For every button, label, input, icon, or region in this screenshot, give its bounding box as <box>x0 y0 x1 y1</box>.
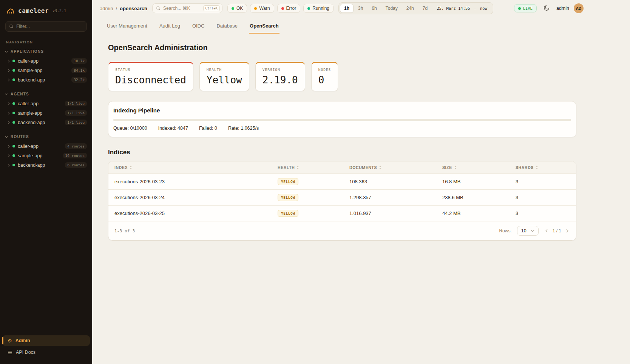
rows-label: Rows: <box>499 228 511 233</box>
pipeline-stat-queue: Queue: 0/10000 <box>113 126 147 131</box>
section-routes: ROUTES caller-app 4 routes sample-app 16… <box>0 133 92 170</box>
chevron-right-icon <box>8 69 10 72</box>
sidebar-item-sample-app-agent[interactable]: sample-app 1/1 live <box>0 108 92 118</box>
sidebar-filter-input[interactable] <box>16 24 83 29</box>
sidebar-item-backend-app-routes[interactable]: backend-app 6 routes <box>0 160 92 170</box>
date-range[interactable]: 25. März 14:55 — now <box>432 6 492 11</box>
section-label: APPLICATIONS <box>11 49 44 54</box>
table-row: executions-2026-03-23 YELLOW 108.363 16.… <box>108 174 576 190</box>
sidebar-item-label: API Docs <box>16 350 36 355</box>
content: User Management Audit Log OIDC Database … <box>92 17 630 364</box>
chevron-down-icon <box>531 230 534 232</box>
breadcrumb-current: opensearch <box>120 6 147 11</box>
error-dot-icon <box>281 7 284 10</box>
cell-documents: 108.363 <box>343 174 436 190</box>
sort-icon <box>130 166 132 169</box>
stat-label: HEALTH <box>207 68 242 72</box>
sidebar-item-label: Admin <box>15 338 30 343</box>
breadcrumb-separator: / <box>116 6 117 11</box>
topbar: admin / opensearch Ctrl+K OK Warn <box>92 0 630 17</box>
cell-size: 238.6 MB <box>436 190 510 206</box>
sidebar-item-backend-app-agent[interactable]: backend-app 1/1 live <box>0 118 92 127</box>
sidebar-item-label: backend-app <box>18 77 45 83</box>
status-dot <box>12 145 15 147</box>
chevron-right-icon <box>8 102 10 105</box>
rows-per-page-select[interactable]: 10 <box>517 226 539 236</box>
sidebar-item-label: sample-app <box>18 111 42 116</box>
filter-pill-warn[interactable]: Warn <box>250 4 274 13</box>
time-range-1h[interactable]: 1h <box>340 4 354 13</box>
section-header-routes[interactable]: ROUTES <box>0 133 92 141</box>
sidebar-item-backend-app[interactable]: backend-app 32.2k <box>0 75 92 84</box>
tab-oidc[interactable]: OIDC <box>191 20 205 34</box>
filter-pill-ok[interactable]: OK <box>227 4 247 13</box>
live-button[interactable]: LIVE <box>514 4 537 12</box>
page-title: OpenSearch Administration <box>108 43 576 52</box>
main-area: admin / opensearch Ctrl+K OK Warn <box>92 0 630 364</box>
sidebar-filter[interactable] <box>5 21 87 32</box>
time-range-6h[interactable]: 6h <box>368 4 381 13</box>
time-range-3h[interactable]: 3h <box>354 4 367 13</box>
sidebar-item-caller-app-agent[interactable]: caller-app 1/1 live <box>0 99 92 108</box>
routes-badge: 6 routes <box>65 162 87 168</box>
sidebar-item-caller-app[interactable]: caller-app 10.7k <box>0 56 92 66</box>
health-badge: YELLOW <box>278 194 298 201</box>
status-filters: OK Warn Error Running <box>227 4 334 13</box>
live-badge: 1/1 live <box>65 120 87 125</box>
date-range-end: now <box>480 6 487 11</box>
tab-database[interactable]: Database <box>216 20 238 34</box>
breadcrumb-parent[interactable]: admin <box>100 6 113 11</box>
cameleer-logo-icon <box>6 6 15 15</box>
filter-label: Error <box>286 6 296 11</box>
column-header-size[interactable]: SIZE <box>436 161 510 174</box>
global-search-input[interactable] <box>163 6 200 11</box>
table-header-row: INDEX HEALTH DOCUMENTS SIZE SHARDS <box>108 161 576 174</box>
column-header-documents[interactable]: DOCUMENTS <box>343 161 436 174</box>
time-range-today[interactable]: Today <box>381 4 402 13</box>
cell-size: 16.8 MB <box>436 174 510 190</box>
column-header-index[interactable]: INDEX <box>108 161 272 174</box>
pagination: 1 / 1 <box>544 228 570 233</box>
chevron-down-icon <box>5 93 8 95</box>
avatar[interactable]: AD <box>574 3 584 13</box>
section-header-agents[interactable]: AGENTS <box>0 91 92 99</box>
navigation-label: NAVIGATION <box>0 38 92 48</box>
filter-label: Running <box>312 6 329 11</box>
dark-mode-toggle[interactable] <box>541 3 552 14</box>
tab-audit-log[interactable]: Audit Log <box>159 20 181 34</box>
indices-title: Indices <box>108 149 576 156</box>
indexing-pipeline-card: Indexing Pipeline Queue: 0/10000 Indexed… <box>108 101 576 137</box>
chevron-right-icon <box>8 145 10 148</box>
chevron-right-icon <box>8 154 10 157</box>
indices-table-card: INDEX HEALTH DOCUMENTS SIZE SHARDS execu… <box>108 161 576 241</box>
row-range: 1-3 of 3 <box>114 229 135 233</box>
sidebar-item-label: caller-app <box>18 58 39 64</box>
warn-dot-icon <box>254 7 257 10</box>
next-page-button[interactable] <box>565 228 570 233</box>
chevron-right-icon <box>8 78 10 81</box>
sidebar-item-admin[interactable]: ⚙ Admin <box>2 335 90 346</box>
time-range-24h[interactable]: 24h <box>402 4 418 13</box>
sort-icon <box>296 166 299 169</box>
filter-pill-error[interactable]: Error <box>277 4 301 13</box>
tab-user-management[interactable]: User Management <box>106 20 148 34</box>
sidebar-item-api-docs[interactable]: API Docs <box>2 347 90 358</box>
column-header-health[interactable]: HEALTH <box>272 161 343 174</box>
prev-page-button[interactable] <box>544 228 549 233</box>
sidebar-item-caller-app-routes[interactable]: caller-app 4 routes <box>0 141 92 151</box>
stat-card-nodes: NODES 0 <box>311 62 338 91</box>
pipeline-stat-rate: Rate: 1.0625/s <box>228 126 259 131</box>
sidebar-item-sample-app[interactable]: sample-app 84.1k <box>0 66 92 75</box>
tab-opensearch[interactable]: OpenSearch <box>249 20 279 34</box>
section-header-applications[interactable]: APPLICATIONS <box>0 48 92 56</box>
chevron-right-icon <box>8 121 10 124</box>
global-search[interactable]: Ctrl+K <box>152 3 222 13</box>
filter-pill-running[interactable]: Running <box>303 4 334 13</box>
logo[interactable]: cameleer v3.2.1 <box>0 5 92 21</box>
column-header-shards[interactable]: SHARDS <box>510 161 576 174</box>
time-range-7d[interactable]: 7d <box>418 4 432 13</box>
chevron-down-icon <box>5 136 8 138</box>
search-icon <box>9 24 14 29</box>
sidebar-item-sample-app-routes[interactable]: sample-app 16 routes <box>0 151 92 160</box>
chevron-down-icon <box>5 51 8 53</box>
